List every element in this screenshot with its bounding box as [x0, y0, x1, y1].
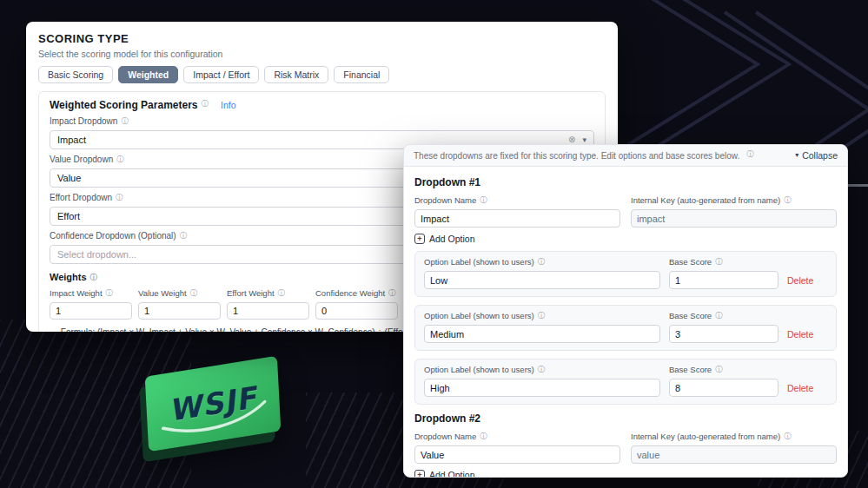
option-inputs: Delete — [424, 325, 827, 343]
add-option-label: Add Option — [429, 234, 475, 244]
info-icon[interactable]: ⓘ — [180, 231, 188, 240]
info-icon[interactable]: ⓘ — [746, 149, 754, 160]
label-text: Option Label (shown to users) — [424, 311, 534, 320]
confidence-weight-input[interactable] — [315, 302, 398, 320]
desktop-background: WSJF SCORING TYPE Select the scoring mod… — [0, 0, 868, 488]
base-score-header: Base Scoreⓘ — [669, 365, 779, 376]
delete-option-button[interactable]: Delete — [787, 329, 827, 340]
option-headers: Option Label (shown to users)ⓘ Base Scor… — [424, 311, 827, 322]
option-headers: Option Label (shown to users)ⓘ Base Scor… — [424, 257, 827, 268]
chevron-down-icon: ▾ — [795, 152, 798, 159]
info-icon[interactable]: ⓘ — [538, 257, 546, 266]
info-icon[interactable]: ⓘ — [784, 195, 792, 204]
info-icon[interactable]: ⓘ — [116, 155, 124, 163]
field-label-text: Effort Dropdown — [50, 193, 112, 202]
option-label-input[interactable] — [424, 271, 660, 289]
name-key-inputs — [414, 209, 837, 228]
delete-option-button[interactable]: Delete — [787, 275, 827, 286]
base-score-input[interactable] — [669, 271, 779, 289]
editor-header: These dropdowns are fixed for this scori… — [404, 145, 847, 167]
info-icon[interactable]: ⓘ — [480, 195, 487, 204]
info-icon[interactable]: ⓘ — [538, 311, 546, 320]
tab-weighted[interactable]: Weighted — [118, 66, 178, 83]
chevron-down-icon: ▾ — [582, 136, 586, 144]
weight-label-text: Impact Weight — [50, 288, 103, 298]
info-icon[interactable]: ⓘ — [278, 288, 286, 297]
internal-key-input — [631, 445, 837, 464]
collapse-label: Collapse — [802, 150, 838, 161]
label-text: Base Score — [669, 365, 712, 374]
info-icon[interactable]: ⓘ — [106, 288, 114, 297]
add-option-button[interactable]: + Add Option — [414, 470, 475, 477]
field-label-text: Value Dropdown — [50, 155, 113, 164]
info-icon[interactable]: ⓘ — [202, 99, 209, 109]
field-label-text: Impact Dropdown — [50, 116, 117, 126]
label-text: Dropdown Name — [414, 195, 476, 205]
weight-label-text: Confidence Weight — [315, 288, 385, 298]
collapse-button[interactable]: ▾ Collapse — [795, 150, 838, 161]
dropdown-name-label: Dropdown Nameⓘ — [414, 432, 620, 443]
option-row: Option Label (shown to users)ⓘ Base Scor… — [414, 359, 837, 405]
info-icon[interactable]: ⓘ — [538, 365, 546, 373]
field-label-text: Confidence Dropdown (Optional) — [50, 231, 176, 241]
value-weight-input[interactable] — [138, 302, 221, 320]
dropdown-1-section: Dropdown #1 Dropdown Nameⓘ Internal Key … — [414, 176, 837, 405]
scoring-model-tabs: Basic Scoring Weighted Impact / Effort R… — [38, 66, 606, 83]
label-text: Internal Key (auto-generated from name) — [631, 432, 780, 441]
option-label-input[interactable] — [424, 325, 660, 343]
weight-label-text: Effort Weight — [227, 288, 275, 298]
info-icon[interactable]: ⓘ — [190, 288, 198, 297]
dropdown-2-section: Dropdown #2 Dropdown Nameⓘ Internal Key … — [414, 412, 837, 477]
info-icon[interactable]: ⓘ — [715, 365, 723, 373]
option-headers: Option Label (shown to users)ⓘ Base Scor… — [424, 365, 827, 376]
dropdown-name-input[interactable] — [414, 209, 620, 228]
info-icon[interactable]: ⓘ — [90, 273, 98, 281]
info-icon[interactable]: ⓘ — [715, 257, 723, 266]
effort-weight-input[interactable] — [227, 302, 309, 320]
name-key-inputs — [414, 445, 837, 464]
impact-dropdown-label: Impact Dropdownⓘ — [50, 116, 594, 128]
info-icon[interactable]: ⓘ — [388, 288, 396, 297]
select-icons: ⊗ ▾ — [568, 135, 586, 144]
dropdown-editor-panel: These dropdowns are fixed for this scori… — [403, 144, 848, 478]
info-icon[interactable]: ⓘ — [715, 311, 723, 320]
label-text: Base Score — [669, 311, 712, 320]
info-link[interactable]: Info — [221, 100, 236, 110]
internal-key-label: Internal Key (auto-generated from name)ⓘ — [631, 195, 837, 207]
option-inputs: Delete — [424, 271, 827, 289]
base-score-input[interactable] — [669, 325, 779, 343]
weight-label-text: Value Weight — [138, 288, 187, 298]
dropdown-1-title: Dropdown #1 — [414, 176, 837, 188]
option-label-input[interactable] — [424, 379, 660, 397]
dropdown-2-title: Dropdown #2 — [414, 412, 837, 425]
tab-impact-effort[interactable]: Impact / Effort — [183, 66, 259, 83]
label-text: Internal Key (auto-generated from name) — [631, 195, 780, 205]
page-title: SCORING TYPE — [38, 32, 606, 45]
name-key-headers: Dropdown Nameⓘ Internal Key (auto-genera… — [414, 432, 837, 445]
info-icon[interactable]: ⓘ — [116, 193, 123, 201]
option-inputs: Delete — [424, 379, 827, 397]
clear-icon[interactable]: ⊗ — [568, 135, 575, 144]
delete-option-button[interactable]: Delete — [787, 383, 827, 393]
impact-weight-input[interactable] — [50, 302, 132, 320]
value-weight-label: Value Weightⓘ — [138, 288, 221, 300]
internal-key-input — [631, 209, 837, 228]
tab-risk-matrix[interactable]: Risk Matrix — [264, 66, 328, 83]
parameters-header: Weighted Scoring Parameters ⓘ Info — [50, 99, 594, 111]
info-icon[interactable]: ⓘ — [784, 432, 792, 440]
weights-title-text: Weights — [50, 272, 87, 282]
base-score-input[interactable] — [669, 379, 779, 397]
option-row: Option Label (shown to users)ⓘ Base Scor… — [414, 305, 837, 351]
impact-weight-label: Impact Weightⓘ — [50, 288, 132, 300]
add-option-button[interactable]: + Add Option — [414, 234, 475, 244]
section-title: Weighted Scoring Parameters — [50, 99, 198, 111]
dropdown-name-input[interactable] — [414, 445, 620, 464]
plus-icon: + — [414, 470, 425, 477]
tab-basic-scoring[interactable]: Basic Scoring — [38, 66, 113, 83]
info-icon[interactable]: ⓘ — [121, 116, 129, 125]
tab-financial[interactable]: Financial — [334, 66, 389, 83]
label-text: Option Label (shown to users) — [424, 365, 534, 374]
label-text: Base Score — [669, 257, 712, 267]
plus-icon: + — [414, 234, 425, 244]
info-icon[interactable]: ⓘ — [480, 432, 487, 440]
